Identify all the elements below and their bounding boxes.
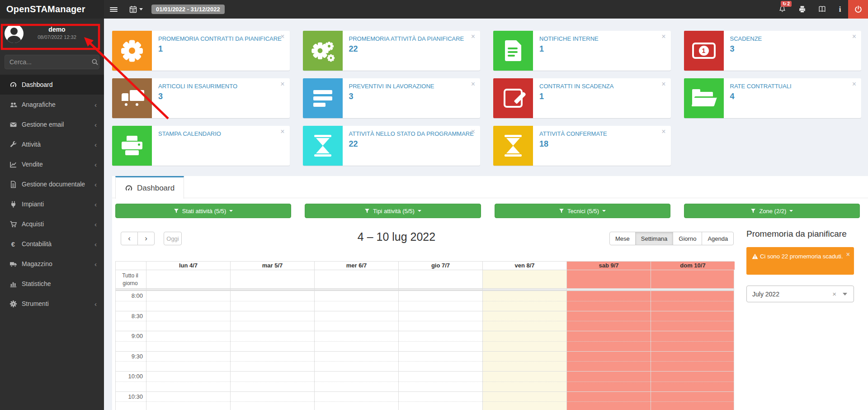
notifications-button[interactable]: ↻2 — [772, 0, 792, 19]
infobox-preventivi-lavorazione[interactable]: PREVENTIVI IN LAVORAZIONE3 × — [303, 78, 481, 118]
docs-button[interactable] — [812, 0, 832, 19]
chevron-left-icon: ‹ — [94, 161, 97, 168]
calendar-dropdown[interactable] — [123, 0, 149, 19]
close-icon[interactable]: × — [280, 128, 284, 135]
filter-tecnici[interactable]: Tecnici (5/5) — [495, 204, 670, 218]
print-icon — [798, 5, 807, 14]
user-login-timestamp: 08/07/2022 12:32 — [25, 34, 89, 40]
close-icon[interactable]: × — [471, 81, 475, 88]
sidebar-item-acquisti[interactable]: Acquisti ‹ — [0, 214, 104, 234]
close-icon[interactable]: × — [852, 81, 856, 88]
infobox-title[interactable]: ATTIVITÀ NELLO STATO DA PROGRAMMARE — [349, 130, 474, 138]
infobox-value: 3 — [730, 44, 762, 54]
time-slot[interactable]: 10:00 — [116, 371, 734, 391]
calendar-today-button[interactable]: Oggi — [164, 232, 182, 245]
view-agenda-button[interactable]: Agenda — [702, 232, 734, 245]
sidebar-item-gestione-documentale[interactable]: Gestione documentale ‹ — [0, 174, 104, 194]
hamburger-icon[interactable] — [104, 0, 123, 19]
infobox-attivita-confermate[interactable]: ATTIVITÀ CONFERMATE18 × — [493, 126, 671, 166]
info-button[interactable]: i — [832, 0, 848, 19]
infobox-title[interactable]: PREVENTIVI IN LAVORAZIONE — [349, 83, 434, 90]
infobox-title[interactable]: ARTICOLI IN ESAURIMENTO — [158, 83, 237, 90]
infobox-title[interactable]: ATTIVITÀ CONFERMATE — [539, 130, 607, 138]
view-giorno-button[interactable]: Giorno — [673, 232, 702, 245]
date-range-badge[interactable]: 01/01/2022 - 31/12/2022 — [151, 5, 225, 14]
search-input[interactable] — [9, 58, 91, 66]
infobox-title[interactable]: PROMEMORIA ATTIVITÀ DA PIANIFICARE — [349, 35, 464, 43]
chart-bar-icon — [9, 280, 17, 288]
infobox-promemoria-contratti[interactable]: PROMEMORIA CONTRATTI DA PIANIFICARE1 × — [112, 31, 290, 71]
close-icon[interactable]: × — [471, 33, 475, 40]
chevron-down-icon — [602, 210, 606, 212]
sidebar-item-vendite[interactable]: Vendite ‹ — [0, 154, 104, 174]
close-icon[interactable]: × — [661, 33, 665, 40]
infobox-title[interactable]: NOTIFICHE INTERNE — [539, 35, 599, 43]
search-icon[interactable] — [91, 58, 99, 66]
close-icon[interactable]: × — [661, 81, 665, 88]
infobox-title[interactable]: PROMEMORIA CONTRATTI DA PIANIFICARE — [158, 35, 282, 43]
warning-icon — [752, 253, 758, 259]
close-icon[interactable]: × — [661, 128, 665, 135]
sidebar-item-contabilita[interactable]: € Contabilità ‹ — [0, 234, 104, 254]
month-select[interactable]: July 2022 × — [746, 286, 854, 302]
infobox-notifiche-interne[interactable]: NOTIFICHE INTERNE1 × — [493, 31, 671, 71]
time-slot[interactable]: 9:30 — [116, 351, 734, 372]
calendar-title: 4 – 10 lug 2022 — [183, 230, 610, 243]
sidebar-search[interactable] — [5, 55, 99, 69]
close-icon[interactable]: × — [471, 128, 475, 135]
filter-zone[interactable]: Zone (2/2) — [684, 204, 860, 218]
time-slot[interactable]: 8:00 — [116, 291, 734, 311]
time-slot[interactable]: 8:30 — [116, 311, 734, 331]
allday-row[interactable]: Tutto il giorno — [116, 270, 734, 289]
tab-dashboard[interactable]: Dashboard — [115, 176, 184, 199]
infobox-scadenze[interactable]: 1 SCADENZE3 × — [684, 31, 862, 71]
sidebar-item-impianti[interactable]: Impianti ‹ — [0, 194, 104, 214]
sidebar-item-dashboard[interactable]: Dashboard — [0, 75, 104, 95]
time-slot[interactable]: 9:00 — [116, 331, 734, 351]
user-panel[interactable]: demo 08/07/2022 12:32 — [0, 19, 104, 50]
power-icon — [854, 5, 863, 14]
infobox-title[interactable]: CONTRATTI IN SCADENZA — [539, 83, 613, 90]
money-bill-icon: 1 — [684, 31, 724, 71]
calendar-prev-button[interactable]: ‹ — [121, 232, 138, 245]
close-icon[interactable]: × — [280, 81, 284, 88]
clear-icon[interactable]: × — [832, 290, 836, 298]
infobox-title[interactable]: STAMPA CALENDARIO — [158, 130, 221, 138]
calendar-grid: lun 4/7 mar 5/7 mer 6/7 gio 7/7 ven 8/7 … — [115, 261, 734, 410]
infobox-stampa-calendario[interactable]: STAMPA CALENDARIO × — [112, 126, 290, 166]
infobox-articoli-esaurimento[interactable]: ARTICOLI IN ESAURIMENTO3 × — [112, 78, 290, 118]
sidebar-item-strumenti[interactable]: Strumenti ‹ — [0, 294, 104, 314]
close-icon[interactable]: × — [846, 250, 850, 260]
gauge-icon — [9, 81, 17, 89]
filter-stati-attivita[interactable]: Stati attività (5/5) — [115, 204, 291, 218]
sidebar-item-anagrafiche[interactable]: Anagrafiche ‹ — [0, 95, 104, 114]
sidebar-item-gestione-email[interactable]: Gestione email ‹ — [0, 114, 104, 134]
sidebar-item-attivita[interactable]: Attività ‹ — [0, 134, 104, 154]
funnel-icon — [559, 208, 564, 214]
chevron-left-icon: ‹ — [94, 101, 97, 108]
calendar-body[interactable]: Tutto il giorno 8:00 8:30 9:00 9:30 10:0… — [115, 270, 734, 410]
view-settimana-button[interactable]: Settimana — [635, 232, 674, 245]
infobox-title[interactable]: RATE CONTRATTUALI — [730, 83, 792, 90]
sidebar-item-statistiche[interactable]: Statistiche — [0, 274, 104, 294]
calendar-next-button[interactable]: › — [137, 232, 155, 245]
logout-button[interactable] — [848, 0, 868, 19]
view-mese-button[interactable]: Mese — [609, 232, 636, 245]
infobox-attivita-da-programmare[interactable]: ATTIVITÀ NELLO STATO DA PROGRAMMARE22 × — [303, 126, 481, 166]
sidebar-item-magazzino[interactable]: Magazzino ‹ — [0, 254, 104, 274]
time-slot[interactable]: 10:30 — [116, 391, 734, 410]
chevron-down-icon — [418, 210, 421, 212]
sidebar-item-label: Attività — [22, 141, 41, 148]
infobox-promemoria-attivita[interactable]: PROMEMORIA ATTIVITÀ DA PIANIFICARE22 × — [303, 31, 481, 71]
filter-tipi-attivita[interactable]: Tipi attività (5/5) — [305, 204, 481, 218]
infobox-contratti-scadenza[interactable]: CONTRATTI IN SCADENZA1 × — [493, 78, 671, 118]
infobox-value: 1 — [158, 44, 282, 54]
app-logo: OpenSTAManager — [0, 0, 104, 19]
print-button[interactable] — [792, 0, 812, 19]
infobox-value: 18 — [539, 139, 607, 149]
infobox-title[interactable]: SCADENZE — [730, 35, 762, 43]
close-icon[interactable]: × — [280, 33, 284, 40]
chevron-left-icon: ‹ — [94, 221, 97, 228]
infobox-rate-contrattuali[interactable]: RATE CONTRATTUALI4 × — [684, 78, 862, 118]
close-icon[interactable]: × — [852, 33, 856, 40]
